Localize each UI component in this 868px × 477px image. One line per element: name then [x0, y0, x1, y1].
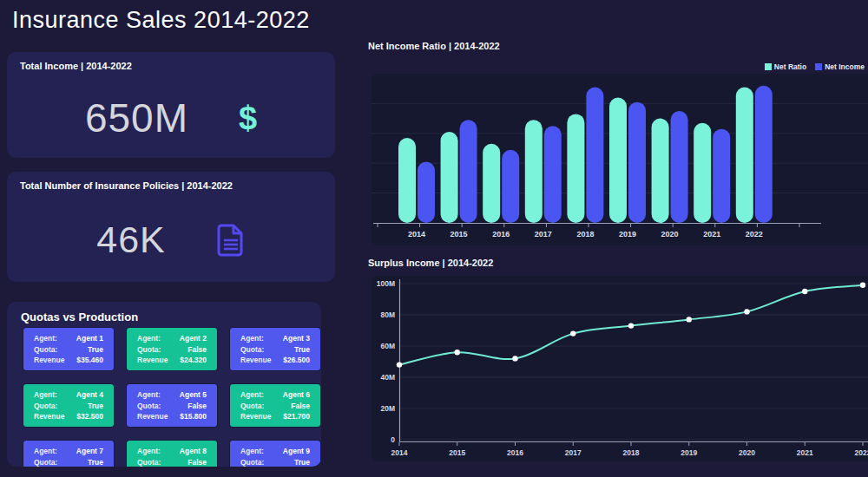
svg-text:0: 0 [391, 435, 395, 444]
quotas-title: Quotas vs Production [21, 310, 138, 323]
page-title: Insurance Sales 2014-2022 [12, 7, 310, 34]
svg-text:2019: 2019 [681, 448, 697, 457]
svg-text:60M: 60M [380, 342, 395, 350]
agent-row: Quota:True [240, 345, 310, 354]
agent-row: Quota:True [34, 458, 103, 467]
svg-text:2016: 2016 [492, 230, 510, 238]
svg-text:40M: 40M [380, 373, 395, 382]
net-ratio-swatch-icon [765, 63, 772, 70]
svg-text:2020: 2020 [661, 230, 679, 238]
svg-text:2019: 2019 [619, 230, 636, 238]
agent-row: Revenue$26.500 [240, 356, 310, 364]
agent-row: Quota:False [137, 345, 207, 354]
agent-row: Agent:Agent 8 [137, 447, 207, 455]
kpi-policies-card: Total Number of Insurance Policies | 201… [7, 172, 335, 282]
document-icon [216, 224, 246, 257]
agent-row: Quota:True [240, 458, 310, 467]
legend-item-net-ratio[interactable]: Net Ratio [765, 62, 806, 71]
svg-text:20M: 20M [380, 404, 395, 413]
svg-text:2014: 2014 [408, 230, 425, 238]
bar-chart-panel: 201420152016201720182019202020212022 [372, 74, 868, 245]
dashboard: Insurance Sales 2014-2022 Total Income |… [0, 0, 868, 477]
bar-chart-title: Net Income Ratio | 2014-2022 [368, 41, 500, 51]
agent-row: Agent:Agent 1 [34, 334, 103, 343]
svg-text:2022: 2022 [746, 230, 763, 238]
svg-text:80M: 80M [380, 310, 395, 319]
chart-legend: Net Ratio Net Income [765, 62, 865, 71]
svg-text:2015: 2015 [450, 230, 468, 238]
line-chart-title: Surplus Income | 2014-2022 [368, 258, 493, 268]
agent-row: Quota:True [34, 402, 103, 410]
agent-card: Agent:Agent 1Quota:TrueRevenue$35.460 [23, 328, 114, 370]
agent-row: Agent:Agent 2 [137, 334, 207, 343]
agent-row: Agent:Agent 9 [240, 447, 310, 455]
bar-chart-svg: 201420152016201720182019202020212022 [372, 74, 868, 245]
agent-row: Agent:Agent 5 [137, 390, 207, 399]
line-chart-panel: 100M80M60M40M20M020142015201620172018201… [372, 276, 868, 461]
line-chart-svg: 100M80M60M40M20M020142015201620172018201… [372, 276, 868, 461]
agent-grid: Agent:Agent 1Quota:TrueRevenue$35.460Age… [23, 328, 320, 467]
agent-card: Agent:Agent 5Quota:FalseRevenue$15.800 [127, 384, 217, 427]
kpi-total-income-label: Total Income | 2014-2022 [20, 61, 132, 71]
svg-text:2021: 2021 [703, 230, 720, 238]
legend-label-net-ratio: Net Ratio [774, 62, 806, 71]
svg-text:2020: 2020 [739, 448, 755, 457]
quotas-panel: Quotas vs Production Agent:Agent 1Quota:… [7, 302, 321, 467]
agent-row: Revenue$24.320 [137, 356, 207, 364]
kpi-policies-value: 46K [96, 219, 166, 261]
agent-row: Revenue$32.500 [34, 412, 103, 421]
agent-card: Agent:Agent 7Quota:TrueRevenue [23, 441, 114, 467]
agent-card: Agent:Agent 2Quota:FalseRevenue$24.320 [127, 328, 217, 370]
agent-row: Quota:False [137, 402, 207, 410]
dollar-icon: $ [239, 100, 257, 137]
agent-row: Quota:True [34, 345, 103, 354]
svg-text:2017: 2017 [535, 230, 552, 238]
svg-text:2017: 2017 [565, 448, 582, 457]
svg-text:2018: 2018 [576, 230, 594, 238]
svg-text:2015: 2015 [449, 448, 465, 457]
agent-row: Agent:Agent 4 [34, 390, 103, 399]
kpi-policies-label: Total Number of Insurance Policies | 201… [20, 180, 233, 191]
agent-card: Agent:Agent 8Quota:FalseRevenue [127, 441, 217, 467]
svg-text:2021: 2021 [797, 448, 813, 457]
svg-text:100M: 100M [377, 279, 395, 288]
kpi-total-income-card: Total Income | 2014-2022 650M $ [7, 52, 335, 158]
agent-row: Agent:Agent 6 [240, 390, 310, 399]
agent-row: Quota:False [137, 458, 207, 467]
legend-label-net-income: Net Income [825, 62, 865, 71]
svg-text:2022: 2022 [855, 448, 868, 457]
agent-row: Revenue$21.700 [240, 412, 310, 421]
legend-item-net-income[interactable]: Net Income [815, 62, 865, 71]
svg-text:2018: 2018 [623, 448, 640, 457]
agent-card: Agent:Agent 6Quota:FalseRevenue$21.700 [230, 384, 320, 427]
agent-row: Agent:Agent 3 [240, 334, 310, 343]
agent-card: Agent:Agent 4Quota:TrueRevenue$32.500 [23, 384, 114, 427]
agent-row: Revenue$35.460 [34, 356, 103, 364]
agent-row: Quota:False [240, 402, 310, 410]
net-income-swatch-icon [815, 63, 822, 70]
kpi-total-income-value: 650M [85, 95, 188, 141]
agent-row: Revenue$15.800 [137, 412, 207, 421]
agent-row: Agent:Agent 7 [34, 447, 103, 455]
svg-text:2016: 2016 [507, 448, 523, 457]
agent-card: Agent:Agent 9Quota:TrueRevenue [230, 441, 320, 467]
svg-text:2014: 2014 [391, 448, 408, 457]
agent-card: Agent:Agent 3Quota:TrueRevenue$26.500 [230, 328, 320, 370]
